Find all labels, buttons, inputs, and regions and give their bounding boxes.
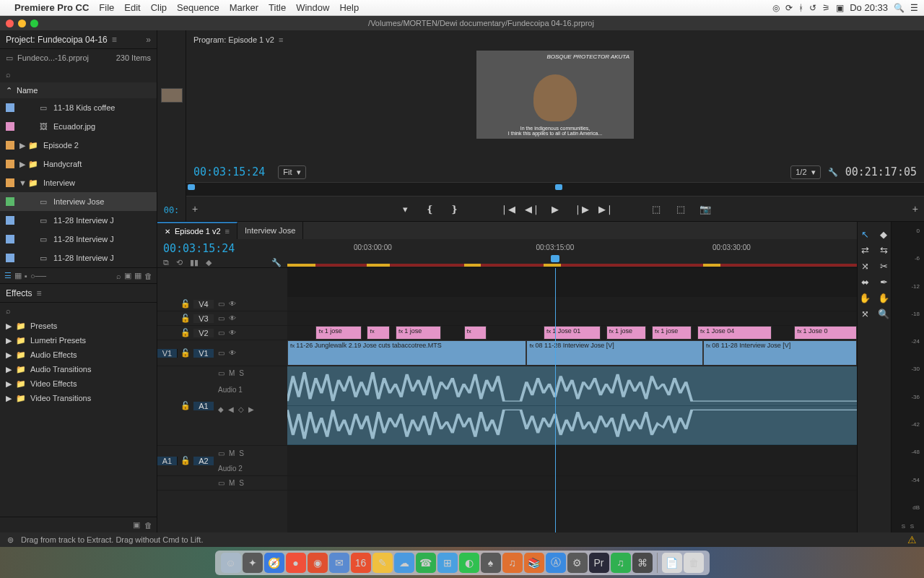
timeline-clip[interactable]: fx1 jose xyxy=(396,326,441,340)
playhead-marker[interactable] xyxy=(555,184,562,190)
selection-tool[interactable]: ↖ xyxy=(858,228,871,241)
name-column[interactable]: Name xyxy=(17,86,38,95)
close-icon[interactable] xyxy=(6,20,14,27)
timeline-clip[interactable]: fx xyxy=(367,326,390,340)
menu-help[interactable]: Help xyxy=(339,2,359,13)
timeline-clip[interactable]: fx08 11-28 Interview Jose [V] xyxy=(526,340,703,366)
lock-icon[interactable]: 🔓 xyxy=(178,299,193,309)
dock-app[interactable]: 🧭 xyxy=(264,553,284,573)
timeline-clip[interactable]: fx11-26 Junglewalk 2.19 Jose cuts tabacc… xyxy=(287,340,526,366)
dock-app[interactable]: ◉ xyxy=(308,553,328,573)
playhead-handle[interactable] xyxy=(551,255,559,262)
dock-app[interactable]: ⚙ xyxy=(567,553,588,573)
play-button[interactable]: ▶ xyxy=(549,204,561,215)
effects-panel-header[interactable]: Effects ≡ xyxy=(0,284,157,303)
ripple-tool[interactable]: ⇄ xyxy=(858,243,871,256)
dock-app[interactable]: ☁ xyxy=(394,553,414,573)
link-icon[interactable]: ⟲ xyxy=(176,258,183,267)
timeline-clip[interactable]: fx1 Jose 04 xyxy=(697,326,772,340)
dock-app[interactable]: ♫ xyxy=(611,553,631,573)
extract-button[interactable]: ⬚ xyxy=(675,204,687,215)
fx-icon[interactable]: fx xyxy=(318,328,323,335)
caret-icon[interactable]: ▼ xyxy=(19,178,26,187)
dock-app[interactable]: ✎ xyxy=(372,553,393,573)
trash-icon[interactable]: 🗑 xyxy=(144,521,152,530)
bluetooth-icon[interactable]: ᚼ xyxy=(798,3,803,13)
lift-button[interactable]: ⬚ xyxy=(650,204,662,215)
spotlight-icon[interactable]: 🔍 xyxy=(894,3,905,13)
slip-tool[interactable]: ⬌ xyxy=(858,275,871,288)
bin-item[interactable]: ▼ 📁 Interview xyxy=(0,173,157,192)
eye-icon[interactable]: 👁 xyxy=(229,349,236,357)
mark-out-button[interactable]: ❵ xyxy=(448,204,460,215)
solo-button[interactable]: S xyxy=(239,369,244,377)
bin-item[interactable]: ▭ 11-28 Interview J xyxy=(0,230,157,249)
dock-app[interactable]: ◐ xyxy=(459,553,479,573)
source-v1[interactable]: V1 xyxy=(157,349,178,358)
eye-icon[interactable]: 👁 xyxy=(229,329,236,337)
bin-item[interactable]: ▭ 11-28 Interview J xyxy=(0,249,157,267)
menu-sequence[interactable]: Sequence xyxy=(177,2,219,13)
sync-lock-icon[interactable]: ▭ xyxy=(218,314,225,322)
dock-app[interactable]: ☺ xyxy=(221,553,241,573)
pen-tool[interactable]: ✒ xyxy=(877,275,890,288)
snap-icon[interactable]: ⧉ xyxy=(163,258,169,267)
mute-button[interactable]: M xyxy=(229,369,235,377)
effects-folder[interactable]: ▶📁Presets xyxy=(0,319,157,333)
sync-lock-icon[interactable]: ▭ xyxy=(218,369,225,377)
timeline-track-area[interactable]: fx1 josefxfx1 josefxfx1 Jose 01fx1 josef… xyxy=(287,268,857,532)
bin-item[interactable]: ▶ 📁 Handycraft xyxy=(0,155,157,173)
dock-app[interactable]: Pr xyxy=(589,553,609,573)
lock-icon[interactable]: 🔓 xyxy=(178,314,193,323)
app-name[interactable]: Premiere Pro CC xyxy=(14,2,89,13)
go-to-in-button[interactable]: ❘◀ xyxy=(500,204,512,215)
go-to-out-button[interactable]: ▶❘ xyxy=(598,204,610,215)
battery-icon[interactable]: ▣ xyxy=(836,3,844,13)
timeline-clip[interactable]: fx1 jose xyxy=(315,326,361,340)
program-panel-header[interactable]: Program: Episode 1 v2 ≡ xyxy=(186,30,924,49)
sync-lock-icon[interactable]: ▭ xyxy=(218,449,225,457)
dock-app[interactable]: 📄 xyxy=(662,553,682,573)
chevron-up-icon[interactable]: ⌃ xyxy=(6,86,12,95)
panel-menu-icon[interactable]: ≡ xyxy=(112,35,117,45)
timeline-clip[interactable]: fx1 Jose 01 xyxy=(544,326,601,340)
collapse-icon[interactable]: » xyxy=(146,35,151,45)
add-button-icon[interactable]: + xyxy=(192,203,198,215)
timeline-timecode[interactable]: 00:03:15:24 xyxy=(163,242,282,255)
dock-app[interactable]: Ⓐ xyxy=(546,553,566,573)
close-icon[interactable]: ✕ xyxy=(165,228,170,236)
bin-item[interactable]: ▭ 11-18 Kids coffee xyxy=(0,98,157,117)
fx-icon[interactable]: fx xyxy=(706,342,710,349)
effects-folder[interactable]: ▶📁Video Effects xyxy=(0,376,157,391)
mark-in-button[interactable]: ❴ xyxy=(424,204,435,215)
fx-icon[interactable]: fx xyxy=(655,328,659,335)
add-marker-button[interactable]: ▾ xyxy=(399,204,411,215)
menu-file[interactable]: File xyxy=(99,2,114,13)
effects-folder[interactable]: ▶📁Audio Transitions xyxy=(0,362,157,376)
project-panel-header[interactable]: Project: Fundecoipa 04-16 ≡ » xyxy=(0,30,157,49)
track-v2[interactable]: V2 xyxy=(193,329,214,337)
track-select-tool[interactable]: ◆ xyxy=(877,228,890,241)
chevron-right-icon[interactable]: ▶ xyxy=(6,350,13,360)
dock-app[interactable]: ⊞ xyxy=(437,553,458,573)
chevron-right-icon[interactable]: ▶ xyxy=(6,365,13,374)
warning-icon[interactable]: ⚠ xyxy=(907,534,917,545)
dock-app[interactable]: ♫ xyxy=(502,553,523,573)
fx-icon[interactable]: fx xyxy=(290,342,295,349)
dock-app[interactable]: ● xyxy=(286,553,306,573)
type-tool[interactable]: ✋ xyxy=(877,291,890,304)
fx-icon[interactable]: fx xyxy=(398,328,403,335)
sequence-tab[interactable]: Interview Jose xyxy=(237,222,303,239)
timeline-clip[interactable]: fx1 jose xyxy=(606,326,646,340)
lock-icon[interactable]: 🔓 xyxy=(178,328,193,337)
minimize-icon[interactable] xyxy=(18,20,26,27)
effects-folder[interactable]: ▶📁Audio Effects xyxy=(0,348,157,362)
fx-icon[interactable]: fx xyxy=(797,328,801,335)
timeline-ruler[interactable]: 00:03:00:00 00:03:15:00 00:03:30:00 xyxy=(287,239,857,267)
chevron-right-icon[interactable]: ▶ xyxy=(6,322,13,331)
list-view-icon[interactable]: ☰ xyxy=(4,271,12,280)
bin-item[interactable]: ▶ 📁 Episode 2 xyxy=(0,136,157,155)
sync-lock-icon[interactable]: ▭ xyxy=(218,300,225,308)
razor-tool[interactable]: ✂ xyxy=(877,259,890,272)
program-timecode[interactable]: 00:03:15:24 xyxy=(193,165,265,178)
